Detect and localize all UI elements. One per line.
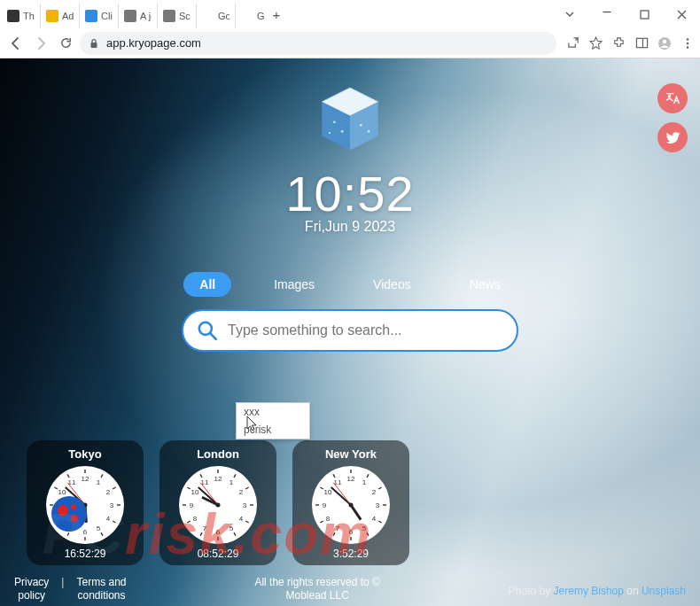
svg-text:4: 4 xyxy=(372,515,377,523)
minimize-button[interactable]: – xyxy=(588,1,626,27)
svg-text:7: 7 xyxy=(336,524,340,532)
tab-label: The xyxy=(23,11,35,21)
favicon-icon xyxy=(7,10,19,22)
svg-text:4: 4 xyxy=(106,515,111,523)
rights-text: All the rights reserved to ©Moblead LLC xyxy=(254,576,380,602)
favicon-icon xyxy=(202,10,214,22)
svg-text:2: 2 xyxy=(372,488,377,496)
search-box[interactable] xyxy=(182,309,518,352)
suggestion-item[interactable]: pcrisk xyxy=(237,421,309,439)
svg-point-6 xyxy=(687,38,689,41)
search-category-tabs: AllImagesVideosNews xyxy=(183,272,516,297)
svg-point-109 xyxy=(71,515,78,522)
sidepanel-icon[interactable] xyxy=(634,36,649,50)
clock-digital: 08:52:29 xyxy=(198,548,239,560)
svg-point-5 xyxy=(663,39,667,43)
browser-toolbar: app.kryopage.com xyxy=(0,28,700,58)
reload-button[interactable] xyxy=(55,33,76,54)
translate-button[interactable] xyxy=(657,83,688,113)
clock-digital: 3:52:29 xyxy=(333,548,369,560)
svg-text:3: 3 xyxy=(110,501,114,509)
page-content: 10:52 Fri,Jun 9 2023 AllImagesVideosNews… xyxy=(0,58,700,606)
svg-text:4: 4 xyxy=(239,515,244,523)
svg-text:5: 5 xyxy=(97,524,101,532)
svg-text:9: 9 xyxy=(323,501,327,509)
svg-rect-1 xyxy=(91,43,97,48)
favicon-icon xyxy=(46,10,58,22)
privacy-link[interactable]: Privacypolicy xyxy=(14,576,49,602)
svg-text:6: 6 xyxy=(216,528,221,536)
menu-icon[interactable] xyxy=(681,36,695,50)
maximize-button[interactable] xyxy=(626,1,663,27)
photo-credit: Photo by Jeremy Bishop on Unsplash xyxy=(509,585,686,602)
svg-text:8: 8 xyxy=(193,515,198,523)
profile-icon[interactable] xyxy=(657,36,672,50)
svg-text:12: 12 xyxy=(347,475,355,483)
svg-point-12 xyxy=(333,120,336,123)
browser-tab[interactable]: Goo xyxy=(197,4,236,28)
svg-point-14 xyxy=(329,132,331,134)
search-icon xyxy=(196,319,219,342)
credit-author-link[interactable]: Jeremy Bishop xyxy=(554,585,624,597)
svg-text:3: 3 xyxy=(243,501,247,509)
address-bar[interactable]: app.kryopage.com xyxy=(80,32,556,55)
new-tab-button[interactable]: + xyxy=(265,0,288,28)
favicon-icon xyxy=(85,10,97,22)
clock-card-new-york: New York3456789101112123:52:29 xyxy=(292,440,409,565)
browser-tab[interactable]: Goo xyxy=(236,4,265,28)
svg-text:5: 5 xyxy=(362,524,367,532)
browser-tab[interactable]: Add xyxy=(41,4,80,28)
svg-text:12: 12 xyxy=(214,475,222,483)
svg-text:1: 1 xyxy=(229,478,234,486)
search-tab-images[interactable]: Images xyxy=(258,272,331,297)
close-button[interactable] xyxy=(663,1,700,27)
svg-point-7 xyxy=(687,42,689,44)
extensions-icon[interactable] xyxy=(611,36,626,50)
browser-tab[interactable]: Click xyxy=(80,4,119,28)
suggestion-item[interactable]: xxx xyxy=(237,403,309,421)
svg-point-8 xyxy=(687,46,689,49)
divider: | xyxy=(61,576,64,602)
svg-text:2: 2 xyxy=(106,488,111,496)
svg-point-106 xyxy=(51,496,87,532)
search-tab-all[interactable]: All xyxy=(183,272,231,297)
tab-label: Goo xyxy=(257,11,265,21)
svg-point-13 xyxy=(341,130,344,133)
svg-point-105 xyxy=(349,503,354,508)
svg-text:10: 10 xyxy=(191,488,199,496)
toolbar-actions xyxy=(560,36,695,50)
svg-text:10: 10 xyxy=(324,488,332,496)
chevron-down-icon[interactable] xyxy=(551,1,588,27)
share-icon[interactable] xyxy=(565,36,579,50)
browser-tab[interactable]: A jo xyxy=(119,4,158,28)
twitter-button[interactable] xyxy=(657,122,688,152)
credit-site-link[interactable]: Unsplash xyxy=(642,585,686,597)
svg-point-76 xyxy=(216,503,221,508)
floating-actions xyxy=(657,83,688,152)
svg-point-15 xyxy=(360,124,362,126)
tab-label: Scor xyxy=(179,11,191,21)
search-tab-news[interactable]: News xyxy=(454,272,517,297)
browser-tab[interactable]: Scor xyxy=(158,4,197,28)
browser-tab[interactable]: The xyxy=(2,4,41,28)
tab-label: Add xyxy=(62,11,74,21)
svg-text:3: 3 xyxy=(376,501,380,509)
back-button[interactable] xyxy=(5,33,27,54)
search-tab-videos[interactable]: Videos xyxy=(357,272,427,297)
tab-label: A jo xyxy=(140,11,152,21)
lock-icon xyxy=(89,38,99,49)
svg-rect-0 xyxy=(641,11,649,19)
search-input[interactable] xyxy=(228,322,504,338)
svg-text:12: 12 xyxy=(82,475,89,483)
clock-date: Fri,Jun 9 2023 xyxy=(305,219,395,235)
svg-text:9: 9 xyxy=(190,501,194,509)
forward-button[interactable] xyxy=(30,33,51,54)
clock-city: Tokyo xyxy=(68,447,101,461)
bookmark-icon[interactable] xyxy=(588,36,603,50)
svg-point-108 xyxy=(71,504,76,509)
svg-rect-2 xyxy=(636,38,647,47)
terms-link[interactable]: Terms andconditions xyxy=(76,576,126,602)
svg-text:8: 8 xyxy=(326,515,331,523)
svg-text:7: 7 xyxy=(203,524,207,532)
logo-icecube-icon xyxy=(311,82,389,159)
